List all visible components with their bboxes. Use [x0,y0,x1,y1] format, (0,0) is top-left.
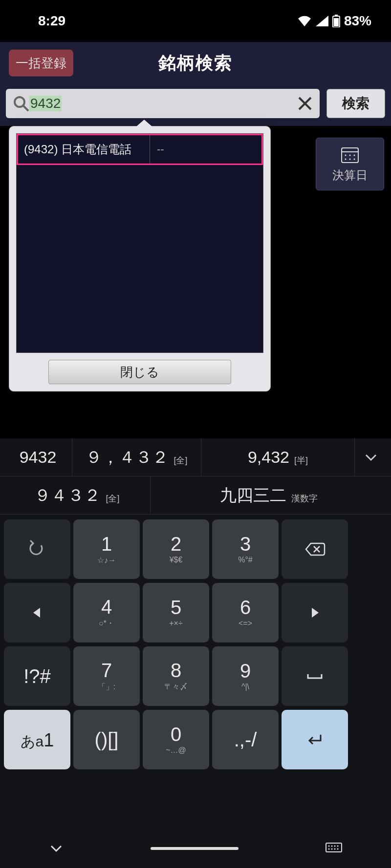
suggestion[interactable]: 九四三二漢数字 [151,476,387,514]
triangle-left-icon [26,602,48,623]
key-8[interactable]: 8〒々〆 [143,646,209,706]
app-header: 一括登録 銘柄検索 [0,42,391,84]
key-4[interactable]: 4○*・ [73,583,140,642]
keyboard-switch-icon[interactable] [326,843,342,854]
collapse-suggestions[interactable] [355,450,387,465]
key-brackets[interactable]: ()[] [73,710,140,769]
key-mode-switch[interactable]: あa1 [4,710,70,769]
key-3[interactable]: 3%°# [212,519,279,579]
svg-point-20 [328,846,330,847]
space-icon [304,665,326,687]
suggestion[interactable]: 9,432[半] [201,438,355,476]
battery-icon [332,15,340,27]
close-button[interactable]: 閉じる [48,360,231,384]
svg-point-22 [334,846,336,847]
nav-down-icon[interactable] [49,841,64,856]
signal-icon [316,16,328,26]
svg-rect-2 [334,18,339,26]
search-icon [13,95,29,112]
svg-marker-17 [33,608,40,618]
popup-arrow [136,120,152,126]
enter-icon [304,729,326,750]
result-list: (9432) 日本電信電話 -- [16,133,263,353]
key-2[interactable]: 2¥$€ [143,519,209,579]
chevron-down-icon [364,450,378,465]
nav-home-pill[interactable] [151,847,239,850]
search-results-popup: (9432) 日本電信電話 -- 閉じる [9,126,271,392]
wifi-icon [297,16,312,26]
svg-point-24 [328,848,330,850]
suggestion[interactable]: ９，４３２[全] [72,438,201,476]
bulk-register-button[interactable]: 一括登録 [9,50,73,77]
battery-pct: 83% [344,13,371,29]
key-5[interactable]: 5+×÷ [143,583,209,642]
search-row: 9432 検索 [0,84,391,126]
key-enter[interactable] [282,710,348,769]
result-row[interactable]: (9432) 日本電信電話 -- [17,134,263,165]
svg-point-26 [334,848,336,850]
suggestion-row-1: 9432 ９，４３２[全] 9,432[半] [0,438,391,476]
key-symbols[interactable]: !?# [4,646,70,706]
svg-point-27 [337,848,339,850]
status-bar: 8:29 83% [0,0,391,42]
result-name: (9432) 日本電信電話 [18,135,150,164]
undo-icon [26,538,48,560]
backspace-icon [304,538,326,560]
svg-marker-18 [312,608,319,618]
key-grid: 1☆♪→ 2¥$€ 3%°# 4○*・ 5+×÷ 6<=> !?# 7「」: 8… [0,515,391,769]
svg-point-23 [337,846,339,847]
clear-icon[interactable] [297,96,313,111]
search-input[interactable]: 9432 [29,96,297,111]
key-undo[interactable] [4,519,70,579]
svg-point-3 [15,97,24,107]
svg-point-14 [354,159,355,160]
key-7[interactable]: 7「」: [73,646,140,706]
svg-point-10 [349,155,351,156]
result-value: -- [150,135,261,164]
triangle-right-icon [304,602,326,623]
svg-point-13 [349,159,351,160]
svg-point-25 [331,848,333,850]
settlement-date-button[interactable]: 決算日 [316,138,384,190]
key-0[interactable]: 0~…@ [143,710,209,769]
key-left[interactable] [4,583,70,642]
key-space[interactable] [282,646,348,706]
svg-point-21 [331,846,333,847]
keyboard: 9432 ９，４３２[全] 9,432[半] ９４３２[全] 九四三二漢数字 1… [0,438,391,868]
key-9[interactable]: 9^|\ [212,646,279,706]
search-field[interactable]: 9432 [6,89,320,118]
svg-point-12 [345,159,347,160]
status-icons: 83% [297,13,371,29]
svg-point-9 [345,155,347,156]
key-right[interactable] [282,583,348,642]
key-backspace[interactable] [282,519,348,579]
calendar-icon [340,145,360,165]
key-6[interactable]: 6<=> [212,583,279,642]
suggestion-row-2: ９４３２[全] 九四三二漢数字 [0,476,391,515]
search-button[interactable]: 検索 [326,89,385,118]
settlement-date-label: 決算日 [332,167,368,183]
svg-line-4 [23,106,28,111]
key-punct[interactable]: .,-/ [212,710,279,769]
status-time: 8:29 [38,13,65,29]
svg-rect-19 [326,843,342,852]
suggestion[interactable]: ９４３２[全] [4,476,151,514]
search-value: 9432 [29,96,62,111]
suggestion[interactable]: 9432 [4,438,72,476]
key-1[interactable]: 1☆♪→ [73,519,140,579]
system-navbar [0,829,391,868]
svg-point-11 [354,155,355,156]
